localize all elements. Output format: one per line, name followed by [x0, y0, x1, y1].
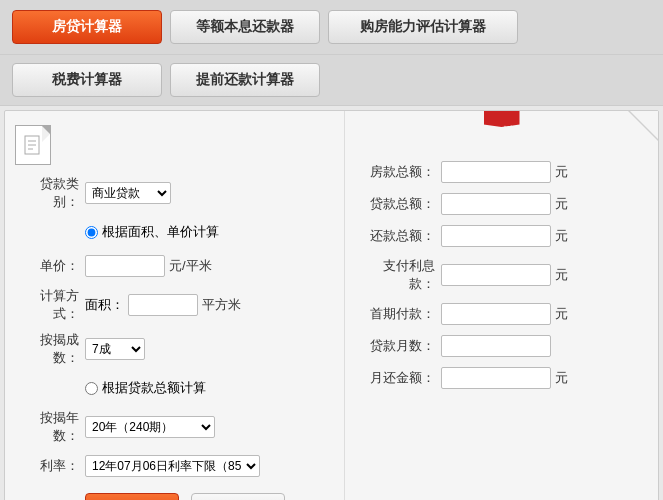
months-input[interactable]	[441, 335, 551, 357]
years-row: 按揭年数： 20年（240期） 10年（120期） 15年（180期） 25年（…	[15, 409, 334, 445]
reset-button[interactable]: 重新计算	[191, 493, 285, 500]
loan-type-row: 贷款类别： 商业贷款 公积金贷款 组合贷款	[15, 175, 334, 211]
nav-goufang[interactable]: 购房能力评估计算器	[328, 10, 518, 44]
down-payment-label: 首期付款：	[361, 305, 441, 323]
repay-total-unit: 元	[555, 227, 568, 245]
loan-total-label: 贷款总额：	[361, 195, 441, 213]
house-total-row: 房款总额： 元	[361, 161, 642, 183]
monthly-label: 月还金额：	[361, 369, 441, 387]
nav-dengfu[interactable]: 等额本息还款器	[170, 10, 320, 44]
years-label: 按揭年数：	[15, 409, 85, 445]
nav-fangdai[interactable]: 房贷计算器	[12, 10, 162, 44]
right-panel: 计算结果 房款总额： 元 贷款总额： 元 还款总额： 元 支付利息款： 元	[345, 111, 658, 500]
monthly-input[interactable]	[441, 367, 551, 389]
months-label: 贷款月数：	[361, 337, 441, 355]
nav-row1: 房贷计算器 等额本息还款器 购房能力评估计算器	[0, 0, 663, 55]
repay-total-row: 还款总额： 元	[361, 225, 642, 247]
loan-total-row: 贷款总额： 元	[361, 193, 642, 215]
area-sublabel: 面积：	[85, 296, 124, 314]
house-total-label: 房款总额：	[361, 163, 441, 181]
left-panel: 贷款类别： 商业贷款 公积金贷款 组合贷款 根据面积、单价计算 单价： 元/平米…	[5, 111, 345, 500]
main-area: 贷款类别： 商业贷款 公积金贷款 组合贷款 根据面积、单价计算 单价： 元/平米…	[4, 110, 659, 500]
interest-label: 支付利息款：	[361, 257, 441, 293]
nav-row2: 税费计算器 提前还款计算器	[0, 55, 663, 106]
loan-total-input[interactable]	[441, 193, 551, 215]
nav-shuifei[interactable]: 税费计算器	[12, 63, 162, 97]
nav-tiqian[interactable]: 提前还款计算器	[170, 63, 320, 97]
radio-total-label: 根据贷款总额计算	[102, 379, 206, 397]
repay-total-input[interactable]	[441, 225, 551, 247]
loan-type-label: 贷款类别：	[15, 175, 85, 211]
chengshu-label: 按揭成数：	[15, 331, 85, 367]
result-ribbon: 计算结果	[484, 111, 520, 127]
interest-input[interactable]	[441, 264, 551, 286]
doc-icon	[15, 125, 51, 165]
monthly-unit: 元	[555, 369, 568, 387]
area-row: 计算方式： 面积： 平方米	[15, 287, 334, 323]
months-row: 贷款月数：	[361, 335, 642, 357]
unit-price-label: 单价：	[15, 257, 85, 275]
down-payment-unit: 元	[555, 305, 568, 323]
unit-price-unit: 元/平米	[169, 257, 212, 275]
rate-select[interactable]: 12年07月06日利率下限（85折） 基准利率 上浮10%	[85, 455, 260, 477]
chengshu-row: 按揭成数： 7成 8成 9成 6成 5成	[15, 331, 334, 367]
radio-area-label: 根据面积、单价计算	[102, 223, 219, 241]
area-unit: 平方米	[202, 296, 241, 314]
unit-price-input[interactable]	[85, 255, 165, 277]
rate-row: 利率： 12年07月06日利率下限（85折） 基准利率 上浮10%	[15, 453, 334, 479]
radio-area-row: 根据面积、单价计算	[85, 219, 334, 245]
area-input[interactable]	[128, 294, 198, 316]
chengshu-select[interactable]: 7成 8成 9成 6成 5成	[85, 338, 145, 360]
years-select[interactable]: 20年（240期） 10年（120期） 15年（180期） 25年（300期） …	[85, 416, 215, 438]
monthly-row: 月还金额： 元	[361, 367, 642, 389]
start-button[interactable]: 开始计算	[85, 493, 179, 500]
rate-label: 利率：	[15, 457, 85, 475]
paper-curl	[628, 111, 658, 141]
repay-total-label: 还款总额：	[361, 227, 441, 245]
radio-total-row: 根据贷款总额计算	[85, 375, 334, 401]
radio-area[interactable]	[85, 226, 98, 239]
calc-method-label: 计算方式：	[15, 287, 85, 323]
interest-row: 支付利息款： 元	[361, 257, 642, 293]
radio-total[interactable]	[85, 382, 98, 395]
down-payment-input[interactable]	[441, 303, 551, 325]
loan-type-select[interactable]: 商业贷款 公积金贷款 组合贷款	[85, 182, 171, 204]
bottom-buttons: 开始计算 重新计算	[85, 493, 334, 500]
house-total-unit: 元	[555, 163, 568, 181]
loan-total-unit: 元	[555, 195, 568, 213]
interest-unit: 元	[555, 266, 568, 284]
house-total-input[interactable]	[441, 161, 551, 183]
down-payment-row: 首期付款： 元	[361, 303, 642, 325]
unit-price-row: 单价： 元/平米	[15, 253, 334, 279]
